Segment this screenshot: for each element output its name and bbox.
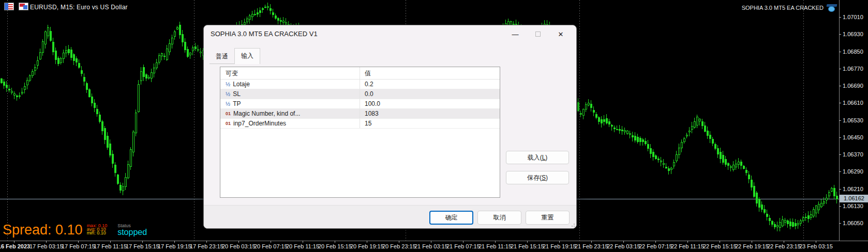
time-tick-label: 20 Feb 23:15 bbox=[382, 243, 415, 249]
time-tick-label: 21 Feb 07:15 bbox=[446, 243, 480, 249]
price-tick-label: 1.06770 bbox=[843, 66, 863, 72]
table-row[interactable]: 01inp7_OrderMinutes 15 bbox=[220, 119, 500, 129]
spread-value: Spread: 0.10 bbox=[3, 222, 83, 238]
price-tick-label: 1.06610 bbox=[843, 100, 863, 106]
reset-button[interactable]: 重置 bbox=[526, 211, 570, 225]
parameters-table: 可变 值 ½Lotaje 0.2 ½SL 0.0 ½TP 100.0 01Mag… bbox=[220, 67, 500, 198]
minimize-button[interactable]: — bbox=[504, 26, 527, 42]
cancel-button[interactable]: 取消 bbox=[477, 211, 521, 225]
time-tick bbox=[655, 241, 656, 243]
one-click-trading-icon[interactable] bbox=[19, 3, 28, 10]
table-row[interactable]: ½TP 100.0 bbox=[220, 99, 500, 109]
param-value[interactable]: 1083 bbox=[360, 109, 500, 118]
time-tick bbox=[142, 241, 143, 243]
time-tick-label: 20 Feb 19:15 bbox=[350, 243, 383, 249]
time-tick bbox=[14, 241, 14, 243]
price-tick bbox=[839, 206, 841, 207]
time-tick bbox=[206, 241, 207, 243]
param-value[interactable]: 0.0 bbox=[360, 89, 500, 99]
price-axis[interactable]: 1.06162 1.070101.069301.068501.067701.06… bbox=[839, 0, 868, 241]
price-tick-label: 1.06210 bbox=[843, 186, 863, 192]
status-block: Status stopped bbox=[117, 223, 147, 236]
time-tick-label: 22 Feb 03:15 bbox=[607, 243, 640, 249]
ea-name-label: SOPHIA 3.0 MT5 EA CRACKED bbox=[742, 5, 824, 11]
time-tick bbox=[623, 241, 624, 243]
time-tick-label: 17 Feb 11:15 bbox=[94, 243, 127, 249]
param-name: TP bbox=[233, 99, 241, 108]
param-value[interactable]: 0.2 bbox=[360, 80, 500, 89]
param-name: inp7_OrderMinutes bbox=[233, 119, 286, 128]
time-tick-label: 17 Feb 03:15 bbox=[29, 243, 63, 249]
time-tick-label: 21 Feb 03:15 bbox=[414, 243, 447, 249]
time-tick bbox=[174, 241, 175, 243]
expert-advisor-icon[interactable] bbox=[827, 4, 837, 12]
price-tick bbox=[839, 86, 841, 86]
table-row[interactable]: ½Lotaje 0.2 bbox=[220, 80, 500, 89]
time-tick bbox=[46, 241, 47, 243]
param-value[interactable]: 100.0 bbox=[360, 99, 500, 108]
price-tick bbox=[839, 137, 841, 138]
dialog-tabs: 普通 输入 bbox=[209, 48, 260, 64]
int-type-icon: 01 bbox=[226, 109, 231, 118]
double-type-icon: ½ bbox=[226, 89, 230, 99]
time-tick-label: 22 Feb 15:15 bbox=[703, 243, 736, 249]
price-tick-label: 1.06050 bbox=[843, 220, 863, 226]
column-header-value: 值 bbox=[360, 67, 500, 79]
price-tick-label: 1.06530 bbox=[843, 117, 863, 123]
time-tick-label: 22 Feb 07:15 bbox=[639, 243, 672, 249]
maximize-button[interactable] bbox=[527, 26, 549, 42]
time-tick-label: 17 Feb 07:15 bbox=[62, 243, 95, 249]
resize-grip[interactable] bbox=[571, 223, 575, 227]
save-mnemonic: S bbox=[542, 174, 546, 181]
depth-of-market-icon[interactable] bbox=[4, 3, 14, 10]
close-button[interactable]: ✕ bbox=[549, 26, 572, 42]
time-tick bbox=[303, 241, 303, 243]
price-tick-label: 1.07010 bbox=[843, 14, 863, 20]
tab-inputs[interactable]: 输入 bbox=[234, 48, 260, 64]
time-axis[interactable]: 16 Feb 202317 Feb 03:1517 Feb 07:1517 Fe… bbox=[0, 241, 868, 252]
table-header: 可变 值 bbox=[220, 67, 500, 80]
time-tick-label: 21 Feb 23:15 bbox=[575, 243, 608, 249]
time-tick-label: 22 Feb 19:15 bbox=[735, 243, 768, 249]
spread-stats: max: 0.10 avg: 0.10 min: 0.10 bbox=[87, 224, 108, 235]
time-tick-label: 22 Feb 23:15 bbox=[767, 243, 800, 249]
ea-corner: SOPHIA 3.0 MT5 EA CRACKED bbox=[742, 4, 837, 12]
time-tick bbox=[559, 241, 560, 243]
mt5-chart-window: EURUSD, M15: Euro vs US Dollar SOPHIA 3.… bbox=[0, 0, 868, 252]
time-tick bbox=[271, 241, 271, 243]
tab-common[interactable]: 普通 bbox=[209, 50, 234, 64]
load-label: 载入( bbox=[528, 154, 542, 161]
ok-button[interactable]: 确定 bbox=[429, 211, 473, 225]
time-tick bbox=[335, 241, 335, 243]
price-tick bbox=[839, 17, 841, 18]
load-label-end: ) bbox=[545, 154, 547, 161]
table-row[interactable]: 01Magic Number, kind of... 1083 bbox=[220, 109, 500, 119]
status-value: stopped bbox=[117, 228, 147, 236]
price-tick-label: 1.06450 bbox=[843, 134, 863, 140]
price-tick bbox=[839, 103, 841, 103]
time-tick-label: 20 Feb 03:15 bbox=[222, 243, 255, 249]
price-tick bbox=[839, 171, 841, 172]
price-tick bbox=[839, 52, 841, 52]
dialog-footer: 确定 取消 重置 bbox=[204, 205, 576, 228]
time-tick-label: 23 Feb 03:15 bbox=[799, 243, 832, 249]
time-tick-label: 17 Feb 23:15 bbox=[190, 243, 223, 249]
load-button[interactable]: 载入(L) bbox=[506, 151, 569, 164]
price-tick-label: 1.06690 bbox=[843, 83, 863, 89]
param-name: Lotaje bbox=[233, 80, 250, 89]
time-tick-label: 21 Feb 19:15 bbox=[543, 243, 576, 249]
dialog-titlebar[interactable]: SOPHIA 3.0 MT5 EA CRACKED V1 — ✕ bbox=[204, 25, 576, 43]
time-tick bbox=[527, 241, 528, 243]
time-tick-label: 20 Feb 07:15 bbox=[254, 243, 287, 249]
time-tick-label: 21 Feb 15:15 bbox=[511, 243, 544, 249]
price-tick-label: 1.06930 bbox=[843, 31, 863, 37]
time-tick bbox=[463, 241, 463, 243]
price-tick bbox=[839, 154, 841, 155]
time-tick bbox=[399, 241, 399, 243]
time-tick bbox=[816, 241, 816, 243]
table-row[interactable]: ½SL 0.0 bbox=[220, 89, 500, 99]
save-button[interactable]: 保存(S) bbox=[506, 171, 569, 184]
time-tick bbox=[720, 241, 720, 243]
param-value[interactable]: 15 bbox=[360, 119, 500, 128]
price-tick bbox=[839, 120, 841, 121]
